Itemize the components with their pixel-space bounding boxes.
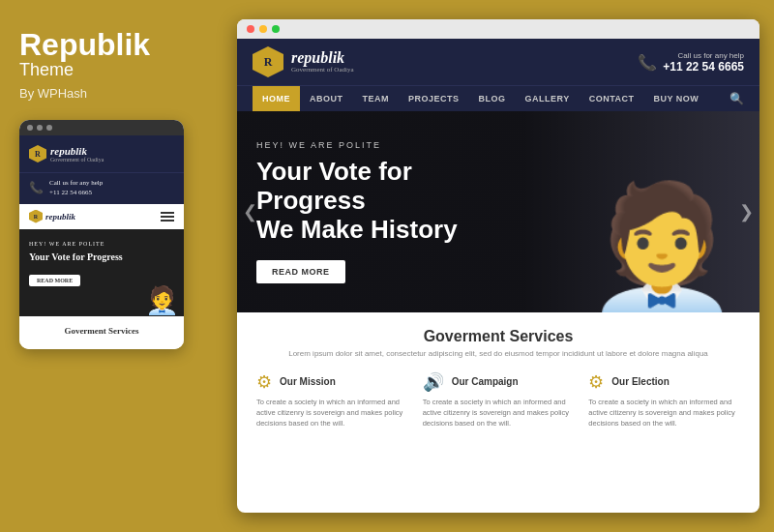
service-item-campaign: 🔊 Our Campaign To create a society in wh… [423,371,575,429]
mobile-contact-text: Call us for any help +11 22 54 6665 [49,179,103,198]
desktop-services-section: Goverment Services Lorem ipsum dolor sit… [237,312,759,445]
mobile-header: R republik Government of Oadiya [19,135,184,172]
desktop-nav: HOME ABOUT TEAM PROJECTS BLOG GALLERY CO… [237,85,759,111]
desktop-contact-text: Call us for any help +11 22 54 6665 [663,51,744,74]
hero-arrow-right-icon[interactable]: ❯ [739,201,754,222]
service-mission-text: To create a society in which an informed… [256,397,408,429]
desktop-shield-icon: R [253,46,283,77]
mobile-read-more-button[interactable]: READ MORE [29,275,80,286]
hero-arrow-left-icon[interactable]: ❮ [243,201,257,222]
mobile-nav-logo-text: republik [45,212,75,222]
service-campaign-name: Our Campaign [452,376,519,387]
mobile-hero-pretitle: HEY! WE ARE POLITE [29,241,174,247]
desktop-top-bar [237,19,759,39]
desktop-logo-text-wrap: republik Government of Oadiya [291,50,354,74]
desktop-services-title: Goverment Services [256,328,740,345]
mobile-mockup: R republik Government of Oadiya 📞 Call u… [19,120,184,349]
theme-subtitle: Theme [19,60,203,80]
mobile-shield-icon: R [29,145,46,163]
browser-dot-yellow [259,25,267,33]
service-mission-name: Our Mission [280,376,336,387]
desktop-hero-title-line1: Your Vote for Progress [256,157,412,215]
mobile-hamburger-icon[interactable] [161,212,174,222]
service-mission-icon: ⚙ [256,371,272,393]
mobile-logo-text: republik [50,145,104,157]
mobile-contact-label: Call us for any help [49,179,103,189]
nav-search-icon[interactable]: 🔍 [729,92,744,106]
nav-item-home[interactable]: HOME [253,86,300,111]
mobile-services-title: Goverment Services [29,326,174,336]
desktop-hero-title: Your Vote for Progress We Make History [256,158,522,245]
mobile-contact-number: +11 22 54 6665 [49,189,103,198]
nav-item-blog[interactable]: BLOG [469,86,516,111]
desktop-read-more-button[interactable]: READ MORE [256,260,345,283]
desktop-hero: HEY! WE ARE POLITE Your Vote for Progres… [237,111,759,312]
mobile-ham-line-3 [161,220,174,222]
nav-item-projects[interactable]: PROJECTS [399,86,469,111]
mobile-hero-title: Your Vote for Progress [29,251,174,263]
desktop-services-desc: Lorem ipsum dolor sit amet, consectetur … [256,349,740,358]
mobile-ham-line-1 [161,212,174,214]
desktop-logo-wrap: R republik Government of Oadiya [253,46,354,77]
service-election-icon-wrap: ⚙ Our Election [588,371,740,393]
desktop-logo-sub: Government of Oadiya [291,66,354,74]
mobile-hero-person: 🧑‍💼 [145,284,179,316]
mobile-phone-icon: 📞 [29,181,44,195]
mobile-dot-1 [27,125,33,131]
theme-title: Republik [19,29,203,60]
service-mission-icon-wrap: ⚙ Our Mission [256,371,408,393]
desktop-contact-right: 📞 Call us for any help +11 22 54 6665 [638,51,744,74]
service-campaign-icon-wrap: 🔊 Our Campaign [423,371,575,393]
service-item-mission: ⚙ Our Mission To create a society in whi… [256,371,408,429]
mobile-contact-info: 📞 Call us for any help +11 22 54 6665 [19,172,184,204]
mobile-services-section: Goverment Services [19,316,184,349]
nav-item-team[interactable]: TEAM [353,86,400,111]
browser-dot-green [272,25,280,33]
mobile-nav-bar: R republik [19,204,184,229]
mobile-dot-3 [46,125,52,131]
mobile-ham-line-2 [161,216,174,218]
nav-item-contact[interactable]: CONTACT [580,86,644,111]
nav-item-buynow[interactable]: BUY NOW [644,86,709,111]
mobile-logo-sub: Government of Oadiya [50,157,104,163]
desktop-hero-pretitle: HEY! WE ARE POLITE [256,140,522,150]
desktop-hero-title-line2: We Make History [256,215,458,244]
desktop-services-grid: ⚙ Our Mission To create a society in whi… [256,371,740,429]
mobile-dot-2 [37,125,43,131]
mobile-logo-wrap: R republik Government of Oadiya [29,145,104,163]
right-panel: R republik Government of Oadiya 📞 Call u… [223,0,774,532]
mobile-nav-logo: R republik [29,210,75,223]
desktop-logo-brand: republik [291,50,354,66]
browser-dot-red [247,25,254,33]
mobile-nav-shield-icon: R [29,210,43,223]
nav-item-gallery[interactable]: GALLERY [516,86,580,111]
service-item-election: ⚙ Our Election To create a society in wh… [588,371,740,429]
desktop-mockup: R republik Government of Oadiya 📞 Call u… [237,19,759,513]
hero-person-figure: 🧑‍💼 [583,187,740,312]
service-election-icon: ⚙ [588,371,604,393]
service-campaign-text: To create a society in which an informed… [423,397,575,429]
desktop-contact-number: +11 22 54 6665 [663,60,744,74]
desktop-site-header: R republik Government of Oadiya 📞 Call u… [237,39,759,85]
service-campaign-icon: 🔊 [423,371,444,393]
service-election-text: To create a society in which an informed… [588,397,740,429]
desktop-phone-icon: 📞 [638,53,657,72]
theme-by: By WPHash [19,86,203,101]
nav-item-about[interactable]: ABOUT [300,86,353,111]
left-panel: Republik Theme By WPHash R republik Gove… [0,0,223,532]
desktop-contact-label: Call us for any help [663,51,744,60]
mobile-top-bar [19,120,184,135]
desktop-hero-content: HEY! WE ARE POLITE Your Vote for Progres… [256,140,522,283]
service-election-name: Our Election [611,376,669,387]
mobile-logo-text-wrap: republik Government of Oadiya [50,145,104,163]
mobile-hero: HEY! WE ARE POLITE Your Vote for Progres… [19,229,184,316]
